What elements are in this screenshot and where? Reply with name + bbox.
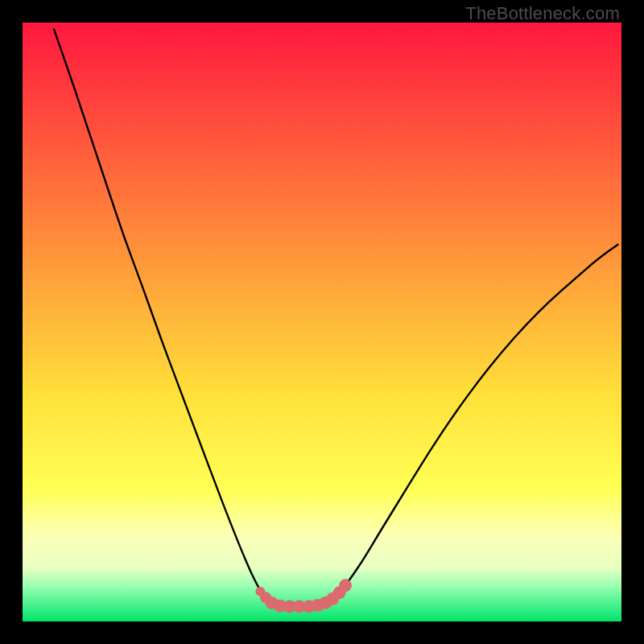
chart-svg [23, 23, 621, 621]
chart-frame [23, 23, 621, 621]
watermark-text: TheBottleneck.com [465, 3, 620, 24]
chart-background [23, 23, 621, 621]
curve-marker [339, 579, 352, 592]
